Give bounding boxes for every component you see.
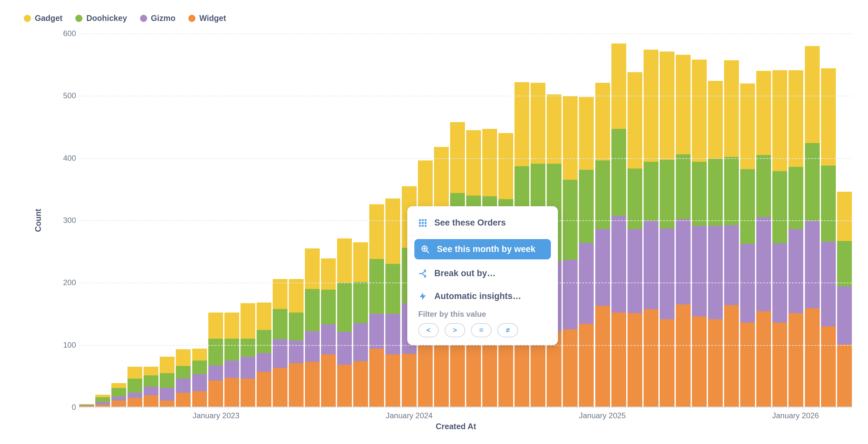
bar-segment-gadget[interactable] [353,242,368,282]
bar-segment-widget[interactable] [418,346,433,407]
bar-segment-gadget[interactable] [515,82,529,166]
bar-segment-doohickey[interactable] [224,338,239,360]
bar-segment-doohickey[interactable] [788,167,803,229]
bar-segment-widget[interactable] [579,324,594,407]
bar-segment-gadget[interactable] [95,395,110,397]
bar-segment-gadget[interactable] [241,303,255,338]
bar-segment-doohickey[interactable] [708,159,723,226]
legend-item-doohickey[interactable]: Doohickey [75,13,127,23]
bar-segment-widget[interactable] [192,391,207,407]
bar-segment-widget[interactable] [337,365,352,407]
bar-segment-gadget[interactable] [531,83,546,164]
bar-segment-doohickey[interactable] [772,171,787,243]
bar-column[interactable] [321,258,336,407]
bar-column[interactable] [756,71,771,407]
bar-segment-widget[interactable] [144,395,158,407]
bar-segment-gizmo[interactable] [289,341,304,363]
bar-segment-gizmo[interactable] [321,324,336,354]
bar-segment-gadget[interactable] [498,133,513,199]
bar-segment-gizmo[interactable] [676,219,691,304]
bar-segment-gadget[interactable] [224,313,239,338]
bar-column[interactable] [385,199,400,407]
bar-segment-gizmo[interactable] [788,229,803,313]
bar-column[interactable] [821,68,836,407]
bar-segment-widget[interactable] [482,337,497,407]
bar-column[interactable] [708,81,723,407]
bar-segment-widget[interactable] [273,368,287,407]
bar-segment-widget[interactable] [676,304,691,407]
bar-segment-gadget[interactable] [450,122,465,193]
bar-segment-gadget[interactable] [579,97,594,170]
bar-segment-doohickey[interactable] [144,375,158,387]
bar-segment-gizmo[interactable] [224,360,239,378]
bar-segment-gadget[interactable] [127,367,142,379]
bar-segment-doohickey[interactable] [595,160,610,229]
bar-segment-gizmo[interactable] [837,287,852,345]
bar-segment-gizmo[interactable] [805,221,820,308]
bar-column[interactable] [127,367,142,407]
bar-segment-widget[interactable] [321,354,336,407]
bar-segment-doohickey[interactable] [756,155,771,217]
filter-op-ne[interactable]: ≠ [497,323,518,337]
bar-segment-doohickey[interactable] [112,388,126,397]
bar-segment-gadget[interactable] [772,70,787,171]
bar-column[interactable] [369,204,384,407]
bar-column[interactable] [579,97,594,407]
bar-segment-doohickey[interactable] [611,129,626,216]
bar-segment-doohickey[interactable] [289,313,304,341]
bar-segment-gadget[interactable] [692,60,707,162]
bar-segment-doohickey[interactable] [385,264,400,314]
bar-segment-widget[interactable] [176,393,191,407]
bar-column[interactable] [144,367,158,407]
bar-segment-gadget[interactable] [627,72,642,169]
bar-segment-doohickey[interactable] [241,338,255,357]
bar-segment-gadget[interactable] [595,83,610,161]
bar-segment-widget[interactable] [611,313,626,407]
bar-segment-doohickey[interactable] [160,373,175,388]
bar-segment-gizmo[interactable] [756,217,771,311]
bar-column[interactable] [95,395,110,407]
popover-see-records[interactable]: See these Orders [407,211,558,234]
bar-segment-widget[interactable] [224,378,239,407]
bar-segment-gadget[interactable] [788,70,803,167]
bar-column[interactable] [257,302,271,407]
bar-segment-gadget[interactable] [466,130,481,196]
popover-breakout[interactable]: Break out by… [407,262,558,285]
bar-column[interactable] [644,50,658,407]
bar-segment-doohickey[interactable] [563,180,578,259]
bar-segment-widget[interactable] [772,323,787,407]
bar-segment-doohickey[interactable] [740,169,755,244]
bar-segment-doohickey[interactable] [127,379,142,393]
bar-column[interactable] [724,60,739,407]
bar-segment-gadget[interactable] [160,357,175,373]
bar-segment-gadget[interactable] [676,55,691,154]
legend-item-widget[interactable]: Widget [188,13,226,23]
bar-segment-gizmo[interactable] [273,339,287,368]
bar-segment-gizmo[interactable] [563,260,578,330]
bar-segment-widget[interactable] [434,340,449,407]
bar-segment-doohickey[interactable] [353,282,368,323]
filter-op-lt[interactable]: < [418,323,439,337]
bar-segment-widget[interactable] [837,345,852,407]
bar-segment-gadget[interactable] [756,71,771,155]
bar-segment-widget[interactable] [708,319,723,407]
legend-item-gadget[interactable]: Gadget [24,13,62,23]
bar-segment-doohickey[interactable] [192,360,207,375]
bar-segment-widget[interactable] [257,372,271,407]
bar-column[interactable] [627,72,642,407]
bar-segment-gizmo[interactable] [660,229,675,319]
bar-column[interactable] [192,349,207,407]
bar-segment-widget[interactable] [595,306,610,407]
bar-segment-doohickey[interactable] [321,290,336,324]
bar-segment-widget[interactable] [369,349,384,407]
bar-column[interactable] [79,404,94,407]
bar-segment-widget[interactable] [740,323,755,407]
bar-column[interactable] [595,83,610,407]
bar-segment-gadget[interactable] [611,43,626,129]
bar-segment-gizmo[interactable] [127,393,142,397]
bar-column[interactable] [353,242,368,407]
bar-column[interactable] [273,279,287,407]
bar-segment-gizmo[interactable] [144,387,158,395]
popover-auto-insights[interactable]: Automatic insights… [407,285,558,308]
bar-segment-widget[interactable] [305,362,320,407]
